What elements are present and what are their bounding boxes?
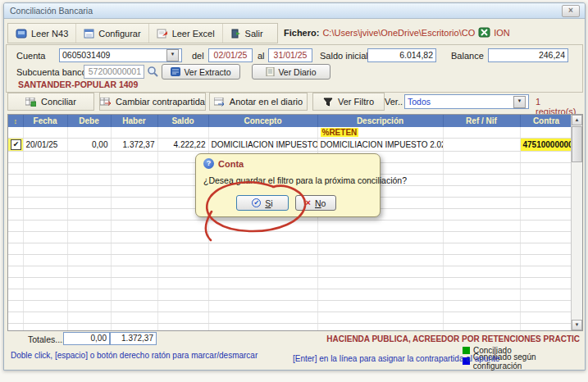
- cambiar-contrapartida-button[interactable]: Cambiar contrapartida: [99, 93, 206, 111]
- scroll-up-icon[interactable]: ▲: [572, 115, 582, 125]
- col-descripcion[interactable]: Descripción: [317, 115, 443, 127]
- dialog-message: ¿Desea guardar el filtro para la próxima…: [203, 175, 407, 185]
- settings-window-icon: [84, 29, 94, 39]
- cell-fecha[interactable]: 20/01/25: [23, 139, 67, 152]
- total-debe: 0,00: [63, 332, 110, 345]
- cambiar-icon: [100, 98, 111, 107]
- search-icon[interactable]: [147, 66, 159, 78]
- fichero-label: Fichero:: [284, 28, 319, 38]
- table-row: [8, 255, 572, 266]
- configurar-button[interactable]: Configurar: [76, 24, 148, 43]
- fichero-path-suffix: ION: [494, 28, 510, 38]
- cuenta-value: 0605031409: [62, 50, 110, 61]
- date-from-field[interactable]: 02/01/25: [208, 48, 253, 62]
- filter-row[interactable]: %RETEN: [8, 127, 572, 139]
- cell-saldo[interactable]: 4.222,22: [157, 139, 208, 152]
- balance-field[interactable]: 246,24: [488, 48, 568, 62]
- no-cross-icon: ×: [306, 198, 311, 207]
- dialog-title: ? Conta: [203, 158, 244, 169]
- col-haber[interactable]: Haber: [111, 115, 157, 127]
- table-row: [8, 301, 572, 312]
- ver-filtro-button[interactable]: Ver Filtro: [312, 93, 385, 111]
- contrapartida-text: HACIENDA PUBLICA, ACREEDOR POR RETENCION…: [326, 334, 580, 343]
- totales-label: Totales.....: [28, 334, 67, 344]
- cell-descripcion[interactable]: DOMICILIACION IMPUESTO 2.024 RETEN: [317, 139, 443, 152]
- table-row: [8, 324, 572, 332]
- table-row[interactable]: ✔ 20/01/25 0,00 1.372,37 4.222,22 DOMICI…: [8, 139, 572, 152]
- conciliar-icon: [25, 98, 36, 107]
- cell-concepto[interactable]: DOMICILIACION IMPUESTO 2.024: [208, 139, 317, 152]
- leer-n43-button[interactable]: Leer N43: [8, 24, 76, 43]
- ver-select[interactable]: Todos ▼: [404, 94, 529, 109]
- app-window: Conciliación Bancaria × Leer N43 Configu…: [3, 2, 586, 371]
- window-title: Conciliación Bancaria: [10, 6, 93, 16]
- col-ref-nif[interactable]: Ref / Nif: [443, 115, 520, 127]
- account-panel: Cuenta 0605031409 ▼ del 02/01/25 al 31/0…: [6, 44, 583, 93]
- disk-icon: [16, 29, 27, 39]
- ver-extracto-label: Ver Extracto: [184, 67, 230, 77]
- configurar-label: Configurar: [98, 29, 140, 39]
- subcuenta-label: Subcuenta banco: [16, 67, 87, 77]
- col-fecha[interactable]: Fecha: [23, 115, 67, 127]
- yes-button[interactable]: ✔ Si: [236, 195, 289, 211]
- table-row: [8, 289, 572, 301]
- del-label: del: [192, 51, 204, 61]
- scroll-thumb[interactable]: [572, 126, 582, 162]
- reconciliation-grid: ↕ Fecha Debe Haber Saldo Concepto Descri…: [7, 114, 583, 331]
- sort-icon: ↕: [14, 117, 18, 125]
- cell-haber[interactable]: 1.372,37: [111, 139, 157, 152]
- balance-label: Balance: [451, 51, 484, 61]
- screen: Conciliación Bancaria × Leer N43 Configu…: [0, 0, 588, 382]
- vertical-scrollbar[interactable]: ▲ ▼: [571, 115, 582, 330]
- cell-debe[interactable]: 0,00: [67, 139, 111, 152]
- table-row: [8, 243, 572, 255]
- chevron-down-icon[interactable]: ▼: [166, 49, 179, 61]
- sort-icon-header[interactable]: ↕: [8, 115, 23, 127]
- cambiar-contrapartida-label: Cambiar contrapartida: [116, 97, 205, 107]
- grid-table: ↕ Fecha Debe Haber Saldo Concepto Descri…: [8, 115, 573, 331]
- col-concepto[interactable]: Concepto: [208, 115, 317, 127]
- table-row: [8, 312, 572, 324]
- exit-door-icon: [230, 29, 241, 39]
- ver-extracto-button[interactable]: Ver Extracto: [162, 64, 240, 80]
- titlebar: Conciliación Bancaria ×: [4, 3, 585, 19]
- al-label: al: [258, 51, 265, 61]
- bank-name: SANTANDER-POPULAR 1409: [18, 80, 138, 89]
- salir-button[interactable]: Salir: [223, 24, 271, 43]
- date-to-field[interactable]: 31/01/25: [268, 48, 312, 62]
- no-label: No: [315, 198, 326, 208]
- ver-label: Ver..: [385, 97, 403, 107]
- cell-contra[interactable]: 47510000000: [520, 139, 572, 152]
- table-row: [8, 278, 572, 289]
- ver-diario-label: Ver Diario: [278, 67, 316, 77]
- row-checkbox[interactable]: ✔: [11, 139, 21, 150]
- no-button[interactable]: × No: [295, 195, 336, 211]
- chevron-down-icon[interactable]: ▼: [513, 96, 526, 108]
- salir-label: Salir: [245, 29, 263, 39]
- conciliar-button[interactable]: Conciliar: [7, 93, 94, 111]
- ver-diario-button[interactable]: Ver Diario: [252, 64, 330, 80]
- close-icon[interactable]: ×: [562, 5, 580, 17]
- diario-icon: [266, 67, 275, 76]
- scroll-down-icon[interactable]: ▼: [572, 320, 582, 330]
- cell-ref-nif[interactable]: [443, 139, 520, 152]
- col-debe[interactable]: Debe: [67, 115, 111, 127]
- leer-n43-label: Leer N43: [31, 29, 68, 39]
- subcuenta-field[interactable]: 57200000001: [84, 65, 144, 79]
- table-row: [8, 266, 572, 278]
- help-text-left: Doble click, [espacio] o botón derecho r…: [11, 351, 258, 360]
- saldo-inicial-field[interactable]: 6.014,82: [367, 48, 436, 62]
- excel-file-icon: [478, 27, 490, 38]
- yes-label: Si: [265, 198, 272, 208]
- conciliar-label: Conciliar: [41, 97, 76, 107]
- leer-excel-button[interactable]: Leer Excel: [149, 24, 223, 43]
- fichero-bar: Fichero: C:\Users\jvive\OneDrive\Escrito…: [284, 27, 510, 38]
- main-toolbar: Leer N43 Configurar Leer Excel Salir: [7, 23, 278, 43]
- cuenta-select[interactable]: 0605031409 ▼: [59, 48, 182, 62]
- save-filter-dialog: ? Conta ¿Desea guardar el filtro para la…: [195, 153, 381, 217]
- anotar-diario-button[interactable]: Anotar en el diario: [209, 93, 308, 111]
- col-saldo[interactable]: Saldo: [157, 115, 208, 127]
- table-row: [8, 221, 572, 232]
- col-contra[interactable]: Contra: [520, 115, 572, 127]
- ver-filtro-label: Ver Filtro: [338, 97, 374, 107]
